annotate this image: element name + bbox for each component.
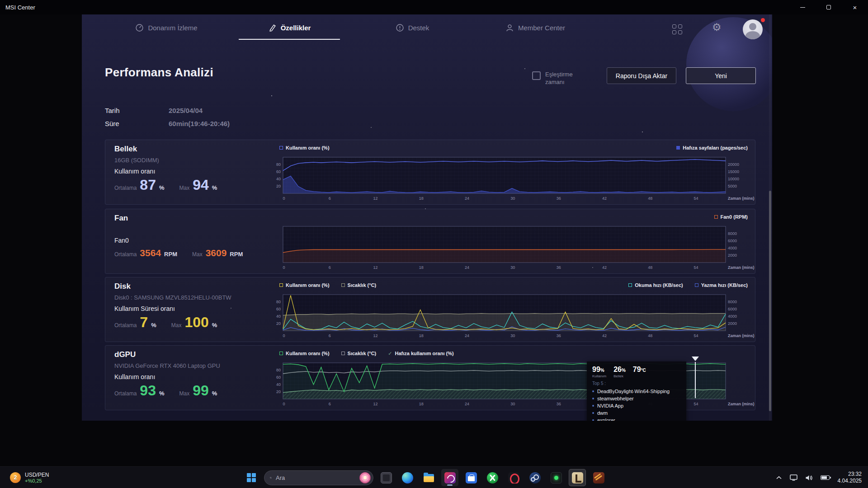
taskbar-game-red[interactable] [590, 469, 607, 486]
legend-toggle-gpu[interactable]: Kullanım oranı (%) [279, 351, 330, 356]
close-button[interactable]: × [842, 0, 868, 14]
panel-disk: Disk Disk0 : SAMSUNG MZVL8512HELU-00BTW … [105, 277, 755, 342]
max-value: 99 [193, 383, 209, 398]
match-time-label: Eşleştirme zamanı [545, 70, 587, 86]
legend-swatch-icon: ✓ [388, 351, 392, 356]
panel-title: Fan [114, 214, 270, 223]
svg-text:30: 30 [510, 402, 515, 406]
legend-toggle-disk[interactable]: Yazma hızı (KB/sec) [695, 282, 748, 288]
taskbar-msi-center[interactable] [441, 469, 458, 486]
memory-chart[interactable]: 2040608050001000015000200000612182430364… [269, 155, 755, 201]
avatar-silhouette [749, 23, 756, 30]
taskbar-xbox[interactable] [484, 469, 501, 486]
tab-hardware-monitoring[interactable]: Donanım İzleme [105, 14, 228, 41]
speaker-icon [805, 474, 813, 481]
legend-swatch-icon [628, 283, 632, 287]
svg-text:4000: 4000 [728, 314, 737, 319]
search-seasonal-icon[interactable] [359, 472, 371, 483]
opera-gx-icon [508, 472, 519, 483]
tray-battery-button[interactable] [818, 470, 832, 485]
legend-toggle-disk[interactable]: Kullanım oranı (%) [279, 282, 330, 288]
tray-clock[interactable]: 23:32 4.04.2025 [835, 471, 864, 484]
taskbar-search[interactable] [264, 470, 373, 485]
legend-swatch-icon [695, 283, 698, 287]
max-label: Max [171, 322, 182, 328]
svg-text:42: 42 [602, 196, 607, 201]
taskbar-app-window[interactable] [377, 469, 395, 486]
fan-chart[interactable]: 2000400060008000061218243036424854Zaman … [269, 224, 755, 270]
taskbar-app-green[interactable] [547, 469, 565, 486]
avg-label: Ortalama [114, 390, 137, 397]
svg-text:30: 30 [510, 265, 515, 270]
tray-date: 4.04.2025 [838, 478, 862, 484]
tab-member-center[interactable]: Member Center [474, 14, 597, 41]
legend-label: Sıcaklık (°C) [348, 282, 377, 288]
settings-gear-icon[interactable]: ⚙ [712, 21, 722, 33]
avg-label: Ortalama [114, 251, 137, 258]
maximize-button[interactable] [816, 0, 842, 14]
new-report-button[interactable]: Yeni [686, 67, 756, 84]
svg-text:30: 30 [510, 333, 515, 338]
apps-grid-icon[interactable] [672, 24, 683, 35]
legend-toggle-fan[interactable]: Fan0 (RPM) [714, 214, 748, 220]
tab-label: Member Center [518, 24, 565, 32]
tab-features[interactable]: Özellikler [228, 14, 351, 41]
windows-logo-icon [247, 473, 256, 482]
legend-toggle-mem[interactable]: Hafıza sayfaları (pages/sec) [676, 145, 748, 150]
process-item: explorer [592, 417, 681, 421]
user-avatar[interactable] [743, 19, 763, 39]
tray-cast-button[interactable] [788, 470, 800, 485]
svg-text:36: 36 [557, 333, 561, 338]
max-unit: RPM [230, 251, 243, 258]
start-button[interactable] [243, 469, 260, 486]
svg-text:12: 12 [373, 333, 378, 338]
tray-volume-button[interactable] [803, 470, 815, 485]
search-input[interactable] [276, 474, 355, 481]
svg-text:48: 48 [648, 265, 652, 270]
svg-text:40: 40 [276, 314, 281, 319]
panel-subtitle: 16GB (SODIMM) [114, 157, 270, 164]
legend-toggle-mem[interactable]: Kullanım oranı (%) [279, 145, 330, 150]
gpu-legend-left: Kullanım oranı (%)Sıcaklık (°C)✓Hafıza k… [279, 349, 454, 357]
taskbar-microsoft-store[interactable] [462, 469, 480, 486]
taskbar-game-l[interactable] [569, 469, 586, 486]
svg-text:24: 24 [465, 333, 469, 338]
memory-legend-left: Kullanım oranı (%) [279, 144, 330, 152]
svg-text:42: 42 [602, 265, 607, 270]
taskbar-file-explorer[interactable] [420, 469, 437, 486]
minimize-icon [800, 7, 805, 8]
svg-text:18: 18 [419, 196, 424, 201]
legend-label: Kullanım oranı (%) [286, 145, 330, 150]
taskbar-edge[interactable] [399, 469, 416, 486]
legend-swatch-icon [341, 283, 345, 287]
monitor-icon [790, 474, 797, 481]
disk-chart[interactable]: 2040608020004000600080000612182430364248… [269, 292, 755, 338]
minimize-button[interactable] [789, 0, 816, 14]
tray-time: 23:32 [838, 471, 862, 478]
scrollbar-thumb[interactable] [769, 191, 771, 411]
export-report-button[interactable]: Raporu Dışa Aktar [607, 67, 676, 84]
svg-text:40: 40 [276, 382, 281, 387]
svg-text:54: 54 [693, 196, 698, 201]
avg-value: 87 [140, 177, 156, 192]
legend-toggle-gpu[interactable]: Sıcaklık (°C) [341, 351, 377, 356]
panel-title: Bellek [114, 145, 270, 154]
legend-label: Hafıza kullanım oranı (%) [395, 351, 453, 356]
taskbar-opera-gx[interactable] [505, 469, 522, 486]
date-label: Tarih [105, 107, 169, 114]
taskbar-steam[interactable] [526, 469, 543, 486]
panel-title: Disk [114, 282, 270, 291]
panel-metric-label: Fan0 [114, 237, 270, 244]
match-time-checkbox[interactable] [532, 71, 541, 80]
svg-text:42: 42 [602, 333, 607, 338]
tray-overflow-chevron[interactable] [774, 470, 784, 485]
legend-toggle-disk[interactable]: Sıcaklık (°C) [341, 282, 377, 288]
svg-text:54: 54 [693, 265, 698, 270]
legend-toggle-disk[interactable]: Okuma hızı (KB/sec) [628, 282, 683, 288]
tab-support[interactable]: Destek [351, 14, 474, 41]
max-value: 3609 [206, 246, 227, 260]
xbox-icon [487, 472, 498, 483]
widgets-button[interactable]: 2 USD/PEN +%0,25 [6, 469, 52, 486]
currency-pair: USD/PEN [25, 472, 49, 478]
legend-toggle-gpu[interactable]: ✓Hafıza kullanım oranı (%) [388, 351, 453, 356]
